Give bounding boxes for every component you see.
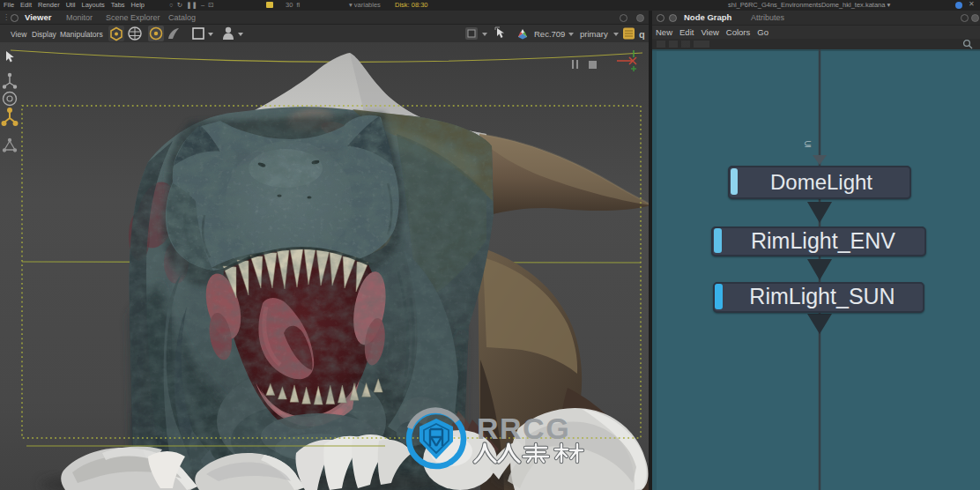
svg-text:primary: primary (580, 29, 608, 39)
svg-text:q: q (639, 29, 645, 40)
svg-text:RRCG: RRCG (477, 412, 570, 445)
svg-text:⊆: ⊆ (804, 138, 812, 149)
svg-text:Rec.709: Rec.709 (534, 29, 565, 39)
